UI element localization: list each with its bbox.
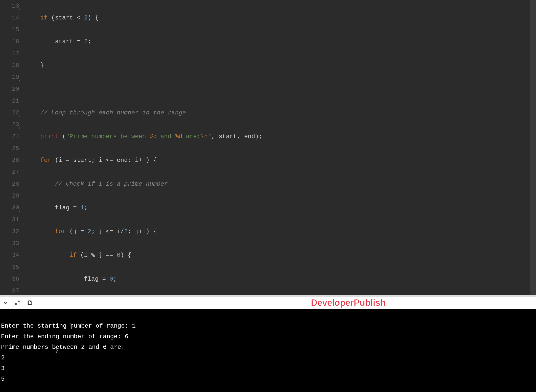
line-number-gutter: 13 14 15 16 17 18 19 20 21 22 23 24 25 2… <box>0 0 22 295</box>
code-line[interactable]: for (j = 2; j <= i/2; j++) { <box>26 226 530 237</box>
line-number: 21 <box>0 95 19 107</box>
scrollbar-track[interactable] <box>530 0 536 295</box>
code-line[interactable]: } <box>26 344 530 356</box>
terminal-line: 3 <box>1 365 5 372</box>
output-toolbar: DeveloperPublish <box>0 297 536 309</box>
line-number: 18 <box>0 59 19 71</box>
code-line[interactable]: if (start < 2) { <box>26 12 530 24</box>
line-number: 17 <box>0 47 19 59</box>
line-number: 26 <box>0 154 19 166</box>
code-line[interactable] <box>26 83 530 95</box>
code-line[interactable]: printf("Prime numbers between %d and %d … <box>26 131 530 142</box>
expand-icon[interactable] <box>15 300 20 306</box>
line-number: 37 <box>0 285 19 297</box>
line-number: 25 <box>0 142 19 154</box>
code-line[interactable]: if (i % j == 0) { <box>26 249 530 261</box>
copy-output-icon[interactable] <box>27 300 32 306</box>
line-number: 23 <box>0 119 19 131</box>
line-number: 28 <box>0 178 19 190</box>
line-number: 34 <box>0 249 19 261</box>
code-line[interactable]: flag = 0; <box>26 273 530 285</box>
code-line[interactable]: } <box>26 321 530 332</box>
line-number: 22 <box>0 107 19 119</box>
line-number: 29 <box>0 190 19 202</box>
watermark-text: DeveloperPublish <box>311 298 386 308</box>
terminal-line: 5 <box>1 376 5 382</box>
line-number: 19 <box>0 71 19 83</box>
line-number: 14 <box>0 12 19 24</box>
line-number: 36 <box>0 273 19 285</box>
line-number: 15 <box>0 24 19 36</box>
code-line[interactable]: start = 2; <box>26 36 530 47</box>
terminal-line: 2 <box>1 354 5 361</box>
line-number: 32 <box>0 226 19 237</box>
code-content[interactable]: if (start < 2) { start = 2; } // Loop th… <box>22 0 530 295</box>
line-number: 24 <box>0 131 19 142</box>
line-number: 33 <box>0 237 19 249</box>
line-number: 27 <box>0 166 19 178</box>
code-line[interactable]: flag = 1; <box>26 202 530 214</box>
line-number: 20 <box>0 83 19 95</box>
line-number: 16 <box>0 36 19 47</box>
code-line[interactable] <box>26 368 530 380</box>
chevron-down-icon[interactable] <box>3 300 8 306</box>
line-number: 35 <box>0 261 19 273</box>
code-editor[interactable]: 13 14 15 16 17 18 19 20 21 22 23 24 25 2… <box>0 0 536 295</box>
line-number: 13 <box>0 0 19 12</box>
code-line[interactable]: // Loop through each number in the range <box>26 107 530 119</box>
line-number: 31 <box>0 214 19 226</box>
code-line[interactable]: } <box>26 59 530 71</box>
code-line[interactable]: // Check if i is a prime number <box>26 178 530 190</box>
line-number: 30 <box>0 202 19 214</box>
code-line[interactable]: for (i = start; i <= end; i++) { <box>26 154 530 166</box>
